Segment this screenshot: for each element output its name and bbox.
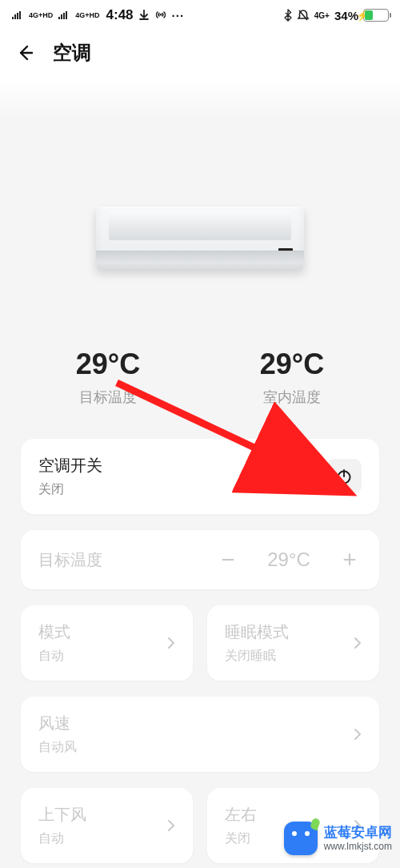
watermark-title: 蓝莓安卓网 [324, 825, 392, 841]
clock: 4:48 [106, 7, 134, 23]
power-icon [335, 468, 353, 485]
mode-card[interactable]: 模式 自动 [21, 605, 193, 681]
target-temp-value: 29°C [76, 348, 140, 381]
page-title: 空调 [53, 40, 91, 66]
power-card: 空调开关 关闭 [21, 439, 379, 514]
swing-h-value: 关闭 [225, 830, 257, 847]
indoor-temp-label: 室内温度 [260, 388, 324, 407]
back-button[interactable] [14, 42, 37, 64]
temp-stepper: − 29°C + [216, 546, 362, 573]
watermark-url: www.lmkjst.com [324, 841, 392, 852]
target-temp-col: 29°C 目标温度 [76, 348, 140, 407]
sleep-card[interactable]: 睡眠模式 关闭睡眠 [207, 605, 379, 681]
chevron-right-icon [354, 728, 362, 741]
power-button[interactable] [326, 459, 362, 494]
net-indicator-2: 4G+HD [75, 11, 99, 19]
temp-plus-button[interactable]: + [338, 546, 362, 573]
ac-unit-image [96, 207, 304, 269]
swing-v-card[interactable]: 上下风 自动 [21, 788, 193, 863]
fan-title: 风速 [38, 713, 77, 734]
target-temp-label: 目标温度 [76, 388, 140, 407]
signal-1-icon [11, 10, 24, 20]
ac-illustration-wrap [0, 119, 400, 293]
battery-percent: 34% [334, 9, 358, 22]
status-left: 4G+HD 4G+HD 4:48 ··· [11, 7, 184, 23]
sleep-title: 睡眠模式 [225, 621, 289, 643]
bluetooth-icon [284, 9, 292, 22]
cards-container: 空调开关 关闭 目标温度 − 29°C + 模式 自动 [0, 439, 400, 863]
signal-2-icon [58, 10, 70, 20]
mode-value: 自动 [38, 648, 70, 665]
back-arrow-icon [16, 43, 35, 62]
indoor-temp-value: 29°C [260, 348, 324, 381]
status-bar: 4G+HD 4G+HD 4:48 ··· 4G+ 34% ⚡ [0, 0, 400, 30]
chevron-right-icon [167, 819, 175, 832]
target-temp-card-title: 目标温度 [38, 549, 102, 571]
watermark: 蓝莓安卓网 www.lmkjst.com [276, 818, 400, 858]
watermark-logo [284, 822, 318, 855]
target-temp-card: 目标温度 − 29°C + [21, 530, 379, 589]
fan-card[interactable]: 风速 自动风 [21, 697, 379, 772]
temp-minus-button[interactable]: − [216, 546, 240, 573]
dnd-icon [297, 9, 310, 22]
indoor-temp-col: 29°C 室内温度 [260, 348, 324, 407]
power-title: 空调开关 [38, 455, 102, 476]
swing-v-title: 上下风 [38, 804, 86, 826]
swing-h-title: 左右 [225, 804, 257, 826]
net-indicator-right: 4G+ [314, 11, 330, 20]
status-right: 4G+ 34% ⚡ [284, 9, 389, 22]
more-icon: ··· [172, 9, 185, 22]
download-icon [138, 10, 150, 21]
sleep-value: 关闭睡眠 [225, 648, 289, 665]
temperature-readout: 29°C 目标温度 29°C 室内温度 [0, 293, 400, 439]
header-fade [0, 78, 400, 119]
fan-value: 自动风 [38, 739, 77, 756]
svg-point-0 [159, 14, 161, 15]
net-indicator-1: 4G+HD [29, 11, 53, 19]
swing-v-value: 自动 [38, 830, 86, 847]
temp-stepper-value: 29°C [258, 549, 320, 571]
power-state: 关闭 [38, 481, 102, 498]
mode-title: 模式 [38, 621, 70, 643]
chevron-right-icon [354, 637, 362, 649]
hotspot-icon [154, 10, 167, 21]
chevron-right-icon [167, 637, 175, 649]
battery-icon: ⚡ [363, 9, 389, 22]
